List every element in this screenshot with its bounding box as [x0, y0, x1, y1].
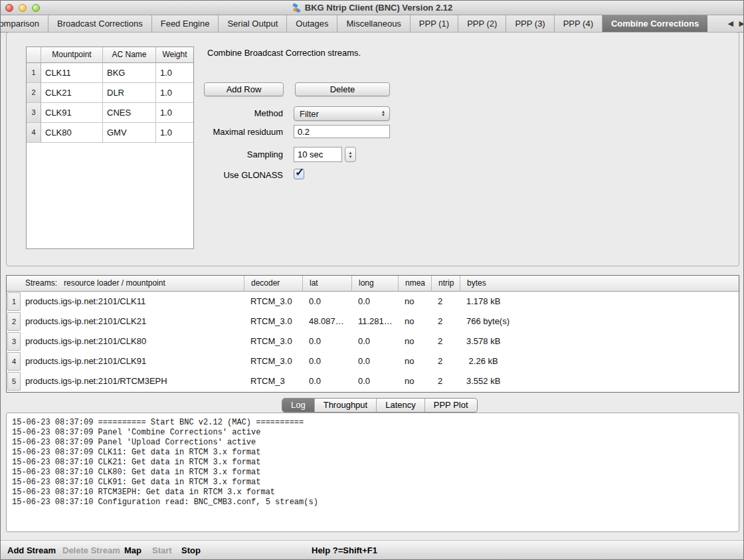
tab-outages[interactable]: Outages [287, 15, 337, 32]
stream-ntrip[interactable]: 2 [431, 292, 460, 312]
title-bar[interactable]: BKG Ntrip Client (BNC) Version 2.12 [1, 1, 743, 15]
tab-throughput[interactable]: Throughput [314, 399, 377, 412]
streams-header-nmea: nmea [398, 276, 431, 292]
streams-header-long: long [351, 276, 398, 292]
stream-decoder[interactable]: RTCM_3.0 [244, 292, 302, 312]
stream-mountpoint[interactable]: products.igs-ip.net:2101/CLK91 [21, 351, 244, 371]
stream-lat[interactable]: 0.0 [302, 331, 351, 351]
help-shortcut-label: Help ?=Shift+F1 [312, 545, 377, 555]
stream-bytes[interactable]: 3.552 kB [460, 371, 739, 391]
log-output[interactable]: 15-06-23 08:37:09 ========== Start BNC v… [6, 413, 739, 532]
sampling-spinner[interactable]: ▲ ▼ [345, 147, 356, 162]
stream-long[interactable]: 0.0 [351, 331, 398, 351]
stream-long[interactable]: 0.0 [351, 371, 398, 391]
log-line: 15-06-23 08:37:10 RTCM3EPH: Get data in … [12, 488, 739, 498]
cell-mountpoint[interactable]: CLK91 [41, 103, 103, 123]
cell-weight[interactable]: 1.0 [156, 83, 193, 103]
checkmark-icon: ✓ [295, 165, 304, 179]
stream-nmea[interactable]: no [398, 371, 431, 391]
start-button: Start [152, 545, 172, 555]
stream-mountpoint[interactable]: products.igs-ip.net:2101/CLK80 [21, 331, 244, 351]
spinner-down-icon[interactable]: ▼ [349, 155, 353, 159]
stream-lat[interactable]: 0.0 [302, 351, 351, 371]
cell-ac-name[interactable]: GMV [103, 123, 156, 143]
log-line: 15-06-23 08:37:09 CLK11: Get data in RTC… [12, 448, 739, 458]
tab-feed-engine[interactable]: Feed Engine [152, 15, 219, 32]
tab-scroll-left-icon[interactable]: ◀ [725, 15, 736, 32]
combine-corrections-panel: Mountpoint AC Name Weight 1 CLK11 BKG 1.… [6, 32, 739, 266]
stream-long[interactable]: 0.0 [351, 351, 398, 371]
stream-decoder[interactable]: RTCM_3 [244, 371, 302, 391]
glonass-checkbox[interactable]: ✓ [294, 169, 304, 179]
sampling-input[interactable] [294, 147, 342, 162]
tab-bar-spacer [707, 15, 725, 32]
cell-ac-name[interactable]: BKG [103, 63, 156, 83]
stream-ntrip[interactable]: 2 [431, 331, 460, 351]
table-empty-area [27, 143, 193, 248]
tab-comparison[interactable]: Comparison [1, 15, 48, 32]
tab-log[interactable]: Log [282, 399, 314, 412]
stream-decoder[interactable]: RTCM_3.0 [244, 351, 302, 371]
stream-ntrip[interactable]: 2 [431, 312, 460, 331]
tab-broadcast-corrections[interactable]: Broadcast Corrections [48, 15, 152, 32]
stream-lat[interactable]: 0.0 [302, 371, 351, 391]
stream-decoder[interactable]: RTCM_3.0 [244, 331, 302, 351]
tab-ppp-1[interactable]: PPP (1) [411, 15, 458, 32]
stop-button[interactable]: Stop [181, 545, 201, 555]
log-line: 15-06-23 08:37:10 CLK91: Get data in RTC… [12, 478, 739, 488]
cell-weight[interactable]: 1.0 [156, 123, 193, 143]
window-title-text: BKG Ntrip Client (BNC) Version 2.12 [305, 3, 452, 13]
stream-nmea[interactable]: no [398, 292, 431, 312]
stream-bytes[interactable]: 1.178 kB [460, 292, 739, 312]
stream-row-number: 4 [7, 351, 21, 371]
streams-header-main: Streams: resource loader / mountpoint [21, 276, 244, 292]
stream-long[interactable]: 0.0 [351, 292, 398, 312]
tab-ppp-2[interactable]: PPP (2) [458, 15, 506, 32]
stream-mountpoint[interactable]: products.igs-ip.net:2101/CLK11 [21, 292, 244, 312]
stream-mountpoint[interactable]: products.igs-ip.net:2101/CLK21 [21, 312, 244, 331]
main-tab-bar: Comparison Broadcast Corrections Feed En… [1, 15, 743, 33]
stream-nmea[interactable]: no [398, 331, 431, 351]
stream-mountpoint[interactable]: products.igs-ip.net:2101/RTCM3EPH [21, 371, 244, 391]
log-line: 15-06-23 08:37:10 Configuration read: BN… [12, 498, 739, 508]
stream-lat[interactable]: 48.087… [302, 312, 351, 331]
log-line: 15-06-23 08:37:09 Panel 'Upload Correcti… [12, 438, 739, 448]
stream-row-number: 2 [7, 312, 21, 331]
tab-scroll-right-icon[interactable]: ▶ [736, 15, 743, 32]
stream-bytes[interactable]: 3.578 kB [460, 331, 739, 351]
log-line: 15-06-23 08:37:09 Panel 'Combine Correct… [12, 428, 739, 438]
cell-mountpoint[interactable]: CLK11 [41, 63, 103, 83]
tab-combine-corrections[interactable]: Combine Corrections [603, 15, 707, 32]
method-dropdown[interactable]: Filter ▲▼ [294, 106, 390, 121]
cell-weight[interactable]: 1.0 [156, 63, 193, 83]
stream-nmea[interactable]: no [398, 351, 431, 371]
stream-bytes[interactable]: 766 byte(s) [460, 312, 739, 331]
cell-weight[interactable]: 1.0 [156, 103, 193, 123]
cell-ac-name[interactable]: CNES [103, 103, 156, 123]
tab-miscellaneous[interactable]: Miscellaneous [337, 15, 410, 32]
cell-mountpoint[interactable]: CLK80 [41, 123, 103, 143]
tab-ppp-3[interactable]: PPP (3) [506, 15, 554, 32]
add-stream-button[interactable]: Add Stream [7, 545, 56, 555]
stream-bytes[interactable]: 2.26 kB [460, 351, 739, 371]
stream-ntrip[interactable]: 2 [431, 351, 460, 371]
streams-table: Streams: resource loader / mountpoint de… [6, 275, 739, 393]
tab-ppp-plot[interactable]: PPP Plot [424, 399, 477, 412]
map-button[interactable]: Map [124, 545, 141, 555]
residuum-label: Maximal residuum [202, 127, 283, 137]
combination-table: Mountpoint AC Name Weight 1 CLK11 BKG 1.… [26, 47, 194, 249]
cell-ac-name[interactable]: DLR [103, 83, 156, 103]
stream-decoder[interactable]: RTCM_3.0 [244, 312, 302, 331]
tab-latency[interactable]: Latency [376, 399, 424, 412]
cell-mountpoint[interactable]: CLK21 [41, 83, 103, 103]
stream-long[interactable]: 11.281… [351, 312, 398, 331]
stream-ntrip[interactable]: 2 [431, 371, 460, 391]
tab-ppp-4[interactable]: PPP (4) [555, 15, 603, 32]
delete-button[interactable]: Delete [295, 82, 390, 96]
add-row-button[interactable]: Add Row [204, 82, 284, 96]
residuum-input[interactable] [294, 125, 390, 138]
stream-nmea[interactable]: no [398, 312, 431, 331]
stream-lat[interactable]: 0.0 [302, 292, 351, 312]
tab-serial-output[interactable]: Serial Output [219, 15, 287, 32]
col-header-ac-name: AC Name [103, 47, 156, 63]
